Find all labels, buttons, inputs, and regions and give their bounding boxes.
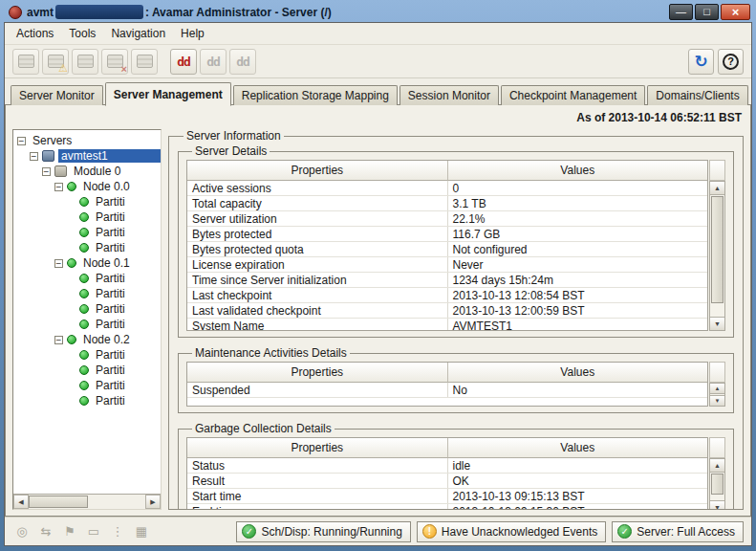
overflow-menu-icon[interactable]: ⋮ <box>108 522 127 541</box>
tree-item-partiti[interactable]: Partiti <box>13 286 161 301</box>
tree-item-partiti[interactable]: Partiti <box>13 393 161 408</box>
column-header-values[interactable]: Values <box>448 363 708 383</box>
scroll-thumb[interactable] <box>711 196 724 303</box>
close-button[interactable]: × <box>721 4 750 20</box>
flag-icon[interactable]: ⚑ <box>60 522 79 541</box>
scroll-track[interactable] <box>710 394 724 395</box>
tree-expand-toggle[interactable]: − <box>54 336 63 344</box>
tree-item-servers[interactable]: −Servers <box>13 133 161 148</box>
scroll-thumb[interactable] <box>711 474 724 495</box>
tree-item-partiti[interactable]: Partiti <box>13 378 161 393</box>
scroll-track[interactable] <box>29 495 145 509</box>
menu-navigation[interactable]: Navigation <box>103 24 173 43</box>
table-row[interactable]: Bytes protected quotaNot configured <box>187 242 707 257</box>
table-row[interactable]: Bytes protected116.7 GB <box>187 227 707 242</box>
tree-item-partiti[interactable]: Partiti <box>13 194 161 209</box>
scroll-left-button[interactable]: ◀ <box>13 495 29 509</box>
table-cell: 2013-10-13 09:15:13 BST <box>447 489 708 503</box>
table-row[interactable]: System NameAVMTEST1 <box>187 319 707 330</box>
server-alert-button[interactable]: ⚠ <box>42 49 69 75</box>
tree-item-partiti[interactable]: Partiti <box>13 225 161 240</box>
clock-icon[interactable]: ◎ <box>12 522 32 541</box>
column-header-values[interactable]: Values <box>448 438 708 458</box>
tree-expand-toggle[interactable]: − <box>17 137 26 145</box>
scroll-down-button[interactable]: ▼ <box>710 317 724 330</box>
scroll-up-button[interactable]: ▲ <box>710 182 724 195</box>
maximize-button[interactable]: □ <box>695 4 719 20</box>
menu-tools[interactable]: Tools <box>61 24 103 43</box>
dd-button-3[interactable]: dd <box>229 49 256 75</box>
status-badge-sch-disp-running-running[interactable]: ✓Sch/Disp: Running/Running <box>236 521 410 542</box>
tab-server-management[interactable]: Server Management <box>105 82 231 106</box>
server-button-5[interactable] <box>131 49 158 75</box>
scroll-up-button[interactable]: ▲ <box>710 384 724 394</box>
tree-expand-toggle[interactable]: − <box>30 152 38 161</box>
building-icon[interactable]: ▦ <box>132 522 151 541</box>
tree-horizontal-scrollbar[interactable]: ◀ ▶ <box>13 494 161 509</box>
server-button-3[interactable] <box>72 49 98 75</box>
tab-checkpoint-management[interactable]: Checkpoint Management <box>501 85 645 105</box>
section-server-details: Server DetailsPropertiesValuesActive ses… <box>178 144 734 338</box>
tree-expand-toggle[interactable]: − <box>42 167 51 176</box>
vertical-scrollbar[interactable]: ▲▼ <box>709 383 725 407</box>
table-row[interactable]: Statusidle <box>187 458 707 474</box>
status-badge-server-full-access[interactable]: ✓Server: Full Access <box>612 521 744 542</box>
table-row[interactable]: Total capacity3.1 TB <box>187 196 707 211</box>
sync-icon[interactable]: ⇆ <box>36 522 55 541</box>
tab-session-monitor[interactable]: Session Monitor <box>400 85 499 105</box>
tree-item-partiti[interactable]: Partiti <box>13 301 161 317</box>
status-badge-have-unacknowledged-events[interactable]: !Have Unacknowledged Events <box>417 521 606 542</box>
table-row[interactable]: SuspendedNo <box>187 383 707 398</box>
scroll-down-button[interactable]: ▼ <box>710 395 724 406</box>
tab-domains-clients[interactable]: Domains/Clients <box>647 85 747 105</box>
tree-expand-toggle[interactable]: − <box>54 259 63 268</box>
column-header-properties[interactable]: Properties <box>187 161 448 181</box>
minimize-button[interactable]: — <box>669 4 693 20</box>
table-row[interactable]: Server utilization22.1% <box>187 211 707 227</box>
scroll-track[interactable] <box>710 195 724 317</box>
table-row[interactable]: Time since Server initialization1234 day… <box>187 273 707 288</box>
tree-item-module-0[interactable]: −Module 0 <box>13 164 161 179</box>
as-of-timestamp: As of 2013-10-14 06:52:11 BST <box>12 108 744 129</box>
tree-item-partiti[interactable]: Partiti <box>13 347 161 363</box>
table-row[interactable]: Last checkpoint2013-10-13 12:08:54 BST <box>187 288 707 303</box>
column-header-values[interactable]: Values <box>448 161 708 181</box>
tree-item-partiti[interactable]: Partiti <box>13 271 161 286</box>
column-header-properties[interactable]: Properties <box>187 363 448 383</box>
tree-item-node-0-0[interactable]: −Node 0.0 <box>13 179 161 194</box>
tab-replication-storage-mapping[interactable]: Replication Storage Mapping <box>233 85 398 105</box>
dd-button-1[interactable]: dd <box>170 49 197 75</box>
vertical-scrollbar[interactable]: ▲▼ <box>709 458 725 510</box>
scroll-right-button[interactable]: ▶ <box>145 495 161 509</box>
message-icon[interactable]: ▭ <box>84 522 103 541</box>
menu-help[interactable]: Help <box>173 24 212 43</box>
tree-item-node-0-1[interactable]: −Node 0.1 <box>13 255 161 271</box>
scroll-thumb[interactable] <box>29 496 88 508</box>
title-bar[interactable]: avmt : Avamar Administrator - Server (/)… <box>4 0 752 22</box>
table-row[interactable]: Last validated checkpoint2013-10-13 12:0… <box>187 303 707 319</box>
table-row[interactable]: Start time2013-10-13 09:15:13 BST <box>187 489 707 504</box>
server-remove-button[interactable]: × <box>101 49 128 75</box>
tree-item-partiti[interactable]: Partiti <box>13 317 161 332</box>
scroll-up-button[interactable]: ▲ <box>710 459 724 473</box>
scroll-down-button[interactable]: ▼ <box>710 500 724 510</box>
help-button[interactable]: ? <box>718 49 744 75</box>
table-row[interactable]: License expirationNever <box>187 257 707 273</box>
server-button-1[interactable] <box>12 49 39 75</box>
scroll-track[interactable] <box>710 473 724 500</box>
tree-item-partiti[interactable]: Partiti <box>13 240 161 255</box>
column-header-properties[interactable]: Properties <box>187 438 448 458</box>
table-row[interactable]: End time2013-10-13 09:15:30 BST <box>187 504 707 510</box>
tree-item-avmtest1[interactable]: −avmtest1 <box>13 148 161 164</box>
tab-server-monitor[interactable]: Server Monitor <box>11 85 103 105</box>
table-row[interactable]: ResultOK <box>187 474 707 489</box>
menu-actions[interactable]: Actions <box>9 24 61 43</box>
tree-item-partiti[interactable]: Partiti <box>13 363 161 378</box>
tree-item-partiti[interactable]: Partiti <box>13 209 161 225</box>
dd-button-2[interactable]: dd <box>200 49 227 75</box>
refresh-button[interactable]: ↻ <box>688 49 714 75</box>
vertical-scrollbar[interactable]: ▲▼ <box>709 181 725 331</box>
tree-item-node-0-2[interactable]: −Node 0.2 <box>13 332 161 347</box>
tree-expand-toggle[interactable]: − <box>54 183 63 191</box>
table-row[interactable]: Active sessions0 <box>187 181 707 196</box>
